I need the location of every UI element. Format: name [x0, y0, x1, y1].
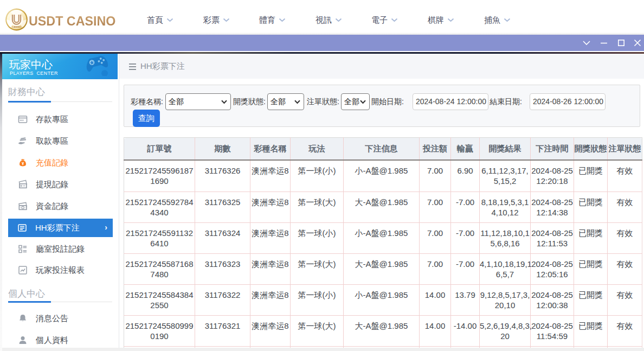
svg-text:CASINO: CASINO — [12, 25, 22, 28]
